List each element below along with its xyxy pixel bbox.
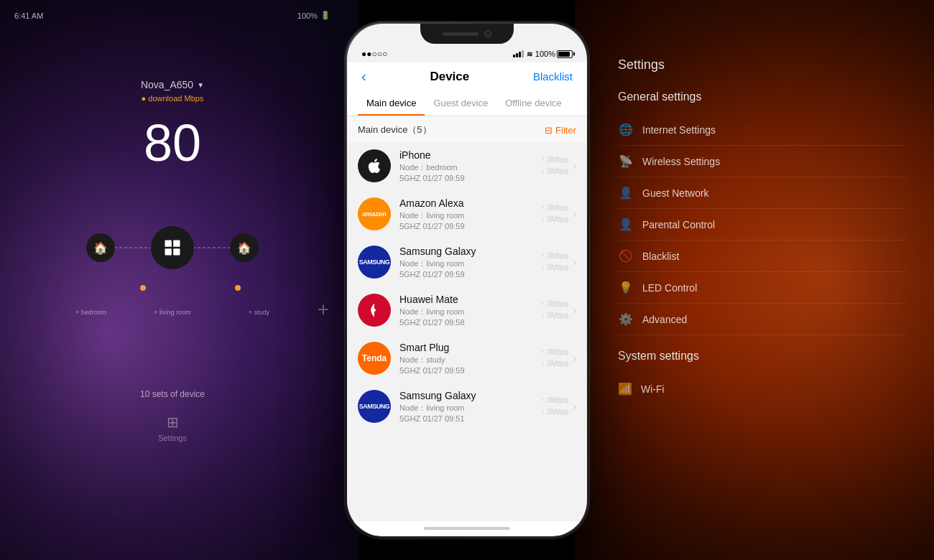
- settings-wireless[interactable]: 📡 Wireless Settings: [618, 146, 905, 177]
- wifi-item[interactable]: 📶 Wi-Fi: [618, 373, 905, 404]
- right-panel: ●●●○○ Sketch ≋ 9:41 AM 100% Settings Gen…: [589, 0, 934, 560]
- filter-button[interactable]: ⊟ Filter: [545, 125, 576, 136]
- settings-label-left: Settings: [158, 434, 187, 442]
- settings-guest-network[interactable]: 👤 Guest Network: [618, 177, 905, 209]
- dot-1: [140, 285, 146, 291]
- settings-parental[interactable]: 👤 Parental Control: [618, 209, 905, 241]
- device-item-samsung2[interactable]: SAMSUNG Samsung Galaxy Node：living room …: [347, 383, 587, 431]
- add-device-button[interactable]: +: [318, 298, 329, 321]
- device-speed-samsung2: ↑ 0Mbps ↓ 0Mbps: [542, 395, 569, 418]
- device-speed-samsung1: ↑ 0Mbps ↓ 0Mbps: [542, 251, 569, 274]
- signal-bar-4: [522, 50, 524, 57]
- device-item-huawei[interactable]: Huawei Mate Node：living room 5GHZ 01/27 …: [347, 286, 587, 335]
- back-button[interactable]: ‹: [361, 68, 366, 85]
- left-battery-pct: 100%: [297, 11, 318, 20]
- svg-point-6: [373, 309, 376, 312]
- tenda-logo: Tenda: [362, 353, 387, 363]
- network-name[interactable]: Nova_A650: [141, 79, 204, 90]
- settings-blacklist[interactable]: 🚫 Blacklist: [618, 241, 905, 272]
- device-avatar-samsung1: SAMSUNG: [358, 246, 391, 279]
- signal-bars: [513, 50, 524, 57]
- big-speed-number: 80: [144, 117, 201, 169]
- samsung-logo-1: SAMSUNG: [359, 258, 390, 266]
- device-item-samsung1[interactable]: SAMSUNG Samsung Galaxy Node：living room …: [347, 238, 587, 286]
- device-freq-huawei: 5GHZ 01/27 09:58: [399, 318, 542, 327]
- device-freq-samsung2: 5GHZ 01/27 09:51: [399, 414, 542, 423]
- device-name-alexa: Amazon Alexa: [399, 197, 542, 209]
- general-section-title: General settings: [618, 90, 905, 103]
- svg-rect-4: [165, 248, 172, 255]
- device-info-iphone: iPhone Node：bedroom 5GHZ 01/27 09:59: [399, 149, 542, 182]
- node-living-room: [151, 226, 194, 269]
- speed-up-samsung2: ↑ 0Mbps: [542, 395, 569, 406]
- download-speed: ● download Mbps: [142, 94, 204, 103]
- left-time: 6:41 AM: [14, 11, 43, 20]
- battery-status: 100%: [535, 50, 573, 58]
- nav-bar: ‹ Device Blacklist: [347, 62, 587, 90]
- filter-icon: ⊟: [545, 125, 552, 136]
- device-item-alexa[interactable]: amazon Amazon Alexa Node：living room 5GH…: [347, 190, 587, 238]
- signal-bar-1: [513, 55, 515, 57]
- blacklist-label: Blacklist: [642, 251, 679, 262]
- device-node-alexa: Node：living room: [399, 210, 542, 221]
- wifi-bottom-label: Wi-Fi: [641, 383, 665, 395]
- node-bedroom: 🏠: [86, 233, 115, 262]
- left-battery-area: 100% 🔋: [297, 11, 330, 20]
- phone-outer: ●●○○○ ≋ 100%: [345, 22, 589, 538]
- led-label: LED Control: [642, 282, 697, 294]
- device-avatar-huawei: [358, 294, 391, 327]
- parental-icon: 👤: [618, 218, 634, 231]
- speed-up-iphone: ↑ 0Mbps: [542, 154, 569, 166]
- device-freq-alexa: 5GHZ 01/27 09:59: [399, 222, 542, 230]
- amazon-logo: amazon: [362, 210, 387, 218]
- device-speed-iphone: ↑ 0Mbps ↓ 0Mbps: [542, 154, 569, 177]
- device-speed-alexa: ↑ 0Mbps ↓ 0Mbps: [542, 202, 569, 225]
- speaker: [443, 32, 478, 36]
- wifi-icon-status: ≋: [527, 50, 532, 58]
- settings-led[interactable]: 💡 LED Control: [618, 272, 905, 304]
- tab-guest-device[interactable]: Guest device: [425, 90, 496, 116]
- speed-down-alexa: ↓ 0Mbps: [542, 214, 569, 225]
- filter-label: Filter: [555, 125, 576, 136]
- device-list: iPhone Node：bedroom 5GHZ 01/27 09:59 ↑ 0…: [347, 142, 587, 521]
- chevron-samsung1: ›: [573, 256, 576, 268]
- device-info-samsung1: Samsung Galaxy Node：living room 5GHZ 01/…: [399, 246, 542, 279]
- tab-main-device[interactable]: Main device: [358, 90, 425, 116]
- phone-wrapper: ●●○○○ ≋ 100%: [345, 22, 589, 538]
- chevron-smartplug: ›: [573, 353, 576, 364]
- svg-rect-2: [165, 241, 172, 247]
- device-node-samsung2: Node：living room: [399, 403, 542, 414]
- wifi-bottom-icon: 📶: [618, 382, 632, 396]
- device-name-samsung2: Samsung Galaxy: [399, 390, 542, 401]
- device-name-smartplug: Smart Plug: [399, 342, 542, 353]
- speed-down-smartplug: ↓ 0Mbps: [542, 358, 569, 370]
- chevron-huawei: ›: [573, 304, 576, 316]
- nav-title: Device: [430, 70, 469, 84]
- device-freq-samsung1: 5GHZ 01/27 09:59: [399, 270, 542, 279]
- home-bar: [424, 527, 510, 530]
- device-item-smartplug[interactable]: Tenda Smart Plug Node：study 5GHZ 01/27 0…: [347, 335, 587, 383]
- phone-status-time: ●●○○○: [361, 49, 387, 59]
- tab-offline-device[interactable]: Offline device: [496, 90, 570, 116]
- device-count: Main device（5）: [358, 123, 432, 136]
- device-avatar-iphone: [358, 149, 391, 182]
- device-node-smartplug: Node：study: [399, 355, 542, 365]
- device-info-alexa: Amazon Alexa Node：living room 5GHZ 01/27…: [399, 197, 542, 230]
- internet-label: Internet Settings: [642, 124, 716, 136]
- device-avatar-smartplug: Tenda: [358, 342, 391, 375]
- settings-advanced[interactable]: ⚙️ Advanced: [618, 304, 905, 335]
- label-study: + study: [249, 309, 269, 316]
- system-section: System settings 📶 Wi-Fi: [618, 350, 905, 404]
- home-indicator: [347, 521, 587, 536]
- left-status-bar: 6:41 AM 100% 🔋: [14, 11, 330, 20]
- chevron-samsung2: ›: [573, 401, 576, 412]
- node-study: 🏠: [230, 233, 259, 262]
- device-name-iphone: iPhone: [399, 149, 542, 161]
- tab-bar: Main device Guest device Offline device: [347, 90, 587, 116]
- speed-up-alexa: ↑ 0Mbps: [542, 202, 569, 214]
- blacklist-button[interactable]: Blacklist: [533, 70, 573, 83]
- device-item-iphone[interactable]: iPhone Node：bedroom 5GHZ 01/27 09:59 ↑ 0…: [347, 142, 587, 190]
- speed-down-iphone: ↓ 0Mbps: [542, 166, 569, 177]
- signal-bar-3: [519, 52, 521, 57]
- settings-internet[interactable]: 🌐 Internet Settings: [618, 114, 905, 146]
